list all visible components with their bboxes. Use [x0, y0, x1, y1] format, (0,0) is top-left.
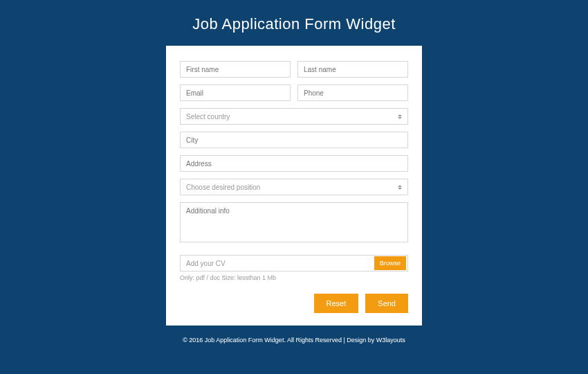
footer: © 2016 Job Application Form Widget. All …: [183, 337, 405, 344]
position-select[interactable]: Choose desired position: [180, 179, 408, 195]
phone-input[interactable]: [297, 84, 408, 101]
country-select-label: Select country: [186, 113, 230, 121]
browse-button[interactable]: Browse: [374, 256, 406, 270]
footer-link[interactable]: W3layouts: [376, 337, 405, 344]
cv-file-row: Add your CV Browse: [180, 255, 408, 271]
last-name-input[interactable]: [297, 61, 408, 78]
page-title: Job Application Form Widget: [192, 15, 396, 33]
chevron-updown-icon: [398, 185, 402, 190]
country-select[interactable]: Select country: [180, 108, 408, 125]
reset-button[interactable]: Reset: [314, 294, 359, 313]
cv-placeholder: Add your CV: [186, 260, 226, 267]
first-name-input[interactable]: [180, 61, 291, 78]
send-button[interactable]: Send: [365, 294, 408, 313]
additional-info-textarea[interactable]: [180, 202, 408, 242]
position-select-label: Choose desired position: [186, 184, 260, 191]
city-input[interactable]: [180, 132, 408, 148]
form-card: Select country Choose desired position A…: [166, 46, 422, 326]
email-input[interactable]: [180, 84, 291, 101]
footer-text: © 2016 Job Application Form Widget. All …: [183, 337, 376, 344]
chevron-updown-icon: [398, 114, 402, 119]
cv-hint: Only: pdf / doc Size: lessthan 1 Mb: [180, 274, 408, 281]
address-input[interactable]: [180, 155, 408, 172]
